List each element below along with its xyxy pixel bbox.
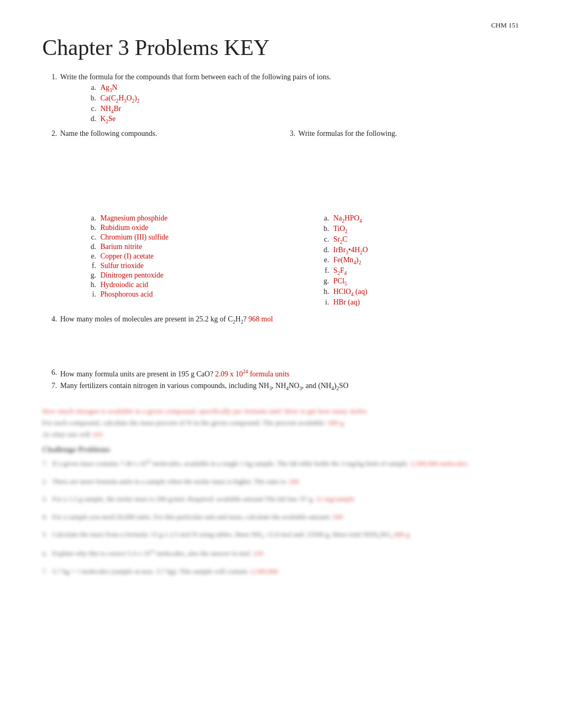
list-item: d. K2Se: [85, 115, 519, 124]
q3-number: 3.: [280, 130, 295, 138]
blurred-item: 4. For a sample you need 20,000 units. F…: [42, 512, 519, 522]
list-item: c. Chromium (III) sulfide: [85, 233, 286, 242]
challenge-title: Challenge Problems: [42, 445, 519, 454]
q6-text: How many formula units are present in 19…: [60, 368, 289, 379]
answers-section: a. Magnesium phosphide b. Rubidium oxide…: [42, 214, 519, 307]
blurred-section: How much nitrogen is available in a give…: [42, 407, 519, 577]
q4-block: 4. How many moles of molecules are prese…: [42, 315, 519, 325]
item-letter: d.: [85, 243, 96, 251]
item-value: Hydroiodic acid: [100, 281, 148, 289]
item-value: HBr (aq): [333, 298, 360, 307]
item-letter: c.: [317, 235, 329, 244]
q3-text: Write formulas for the following.: [298, 130, 397, 138]
q3-answers-col: a. Na2HPO4 b. TiO2 c. Sr2C d. IrBr3•4H2O…: [286, 214, 519, 307]
q4-text: How many moles of molecules are present …: [60, 315, 273, 325]
item-letter: h.: [317, 288, 329, 296]
item-letter: f.: [85, 262, 96, 270]
item-letter: e.: [317, 256, 329, 264]
list-item: i. HBr (aq): [317, 298, 519, 307]
item-letter: b.: [85, 224, 96, 232]
item-value: NH4Br: [100, 105, 121, 114]
item-letter: g.: [317, 277, 329, 285]
item-value: Dinitrogen pentoxide: [100, 271, 163, 280]
list-item: g. PCl5: [317, 277, 519, 287]
q1-number: 1.: [42, 73, 57, 81]
q2-text: Name the following compounds.: [60, 130, 157, 138]
list-item: c. NH4Br: [85, 105, 519, 114]
blurred-item: 5. Calculate the mass from a formula: 15…: [42, 529, 519, 541]
item-letter: e.: [85, 252, 96, 261]
item-letter: h.: [85, 281, 96, 289]
item-value: Rubidium oxide: [100, 224, 148, 232]
q4-number: 4.: [42, 315, 57, 324]
item-value: PCl5: [333, 277, 347, 287]
list-item: b. TiO2: [317, 225, 519, 234]
list-item: f. S2F4: [317, 266, 519, 276]
item-value: Ca(C2H3O2)2: [100, 94, 139, 104]
item-letter: a.: [85, 214, 96, 223]
q1-text: Write the formula for the compounds that…: [60, 73, 331, 81]
item-letter: f.: [317, 266, 329, 275]
item-value: TiO2: [333, 225, 348, 234]
q7-text: Many fertilizers contain nitrogen in var…: [60, 382, 349, 391]
q6-number: 6.: [42, 368, 57, 377]
item-letter: i.: [317, 298, 329, 307]
item-value: Magnesium phosphide: [100, 214, 167, 223]
item-letter: i.: [85, 290, 96, 299]
q2-q3-header-row: 2. Name the following compounds. 3. Writ…: [42, 130, 519, 138]
blurred-item: 7. If a given mass contains 7.40 x 1023 …: [42, 458, 519, 469]
list-item: d. Barium nitrite: [85, 243, 286, 251]
item-value: Barium nitrite: [100, 243, 142, 251]
list-item: h. HClO4 (aq): [317, 288, 519, 297]
q7-number: 7.: [42, 382, 57, 390]
blurred-item: 6. Explain why this is correct 5.4 x 102…: [42, 548, 519, 559]
item-letter: a.: [85, 84, 96, 92]
item-value: Chromium (III) sulfide: [100, 233, 169, 242]
list-item: a. Na2HPO4: [317, 214, 519, 224]
item-letter: d.: [317, 246, 329, 254]
list-item: i. Phosphorous acid: [85, 290, 286, 299]
item-letter: c.: [85, 233, 96, 242]
q2-answers-col: a. Magnesium phosphide b. Rubidium oxide…: [42, 214, 286, 307]
item-value: Fe(Mn4)2: [333, 256, 361, 265]
list-item: d. IrBr3•4H2O: [317, 246, 519, 255]
item-value: IrBr3•4H2O: [333, 246, 368, 255]
q4-answer: 968 mol: [248, 315, 273, 323]
list-item: b. Rubidium oxide: [85, 224, 286, 232]
q2-answer-list: a. Magnesium phosphide b. Rubidium oxide…: [85, 214, 286, 299]
item-value: Sr2C: [333, 235, 348, 245]
item-letter: b.: [85, 94, 96, 103]
blurred-item: 2. There are more formula units in a sam…: [42, 476, 519, 487]
q1-block: 1. Write the formula for the compounds t…: [42, 73, 519, 81]
list-item: c. Sr2C: [317, 235, 519, 245]
item-letter: b.: [317, 225, 329, 233]
q2-number: 2.: [42, 130, 57, 138]
item-value: Sulfur trioxide: [100, 262, 144, 270]
item-value: Ag3N: [100, 84, 117, 93]
q7-block: 7. Many fertilizers contain nitrogen in …: [42, 382, 519, 391]
q6-answer: 2.09 x 1024 formula units: [215, 370, 289, 378]
blurred-item: 7. 5.7 kg = ? molecules (sample at max. …: [42, 566, 519, 577]
list-item: g. Dinitrogen pentoxide: [85, 271, 286, 280]
item-letter: d.: [85, 115, 96, 123]
blurred-paragraph: At what rate will 105: [42, 430, 519, 439]
q1-answers: a. Ag3N b. Ca(C2H3O2)2 c. NH4Br d. K2Se: [85, 84, 519, 124]
item-letter: c.: [85, 105, 96, 113]
blurred-paragraph: For each compound, calculate the mass pe…: [42, 419, 519, 427]
list-item: a. Ag3N: [85, 84, 519, 93]
list-item: a. Magnesium phosphide: [85, 214, 286, 223]
list-item: e. Fe(Mn4)2: [317, 256, 519, 265]
list-item: f. Sulfur trioxide: [85, 262, 286, 270]
item-letter: a.: [317, 214, 329, 223]
q3-answer-list: a. Na2HPO4 b. TiO2 c. Sr2C d. IrBr3•4H2O…: [317, 214, 519, 306]
blurred-item: 3. For a 1.5 g sample, the molar mass is…: [42, 494, 519, 504]
blurred-paragraph: How much nitrogen is available in a give…: [42, 407, 519, 416]
list-item: b. Ca(C2H3O2)2: [85, 94, 519, 104]
item-value: Phosphorous acid: [100, 290, 153, 299]
list-item: h. Hydroiodic acid: [85, 281, 286, 289]
item-value: S2F4: [333, 266, 347, 276]
item-letter: g.: [85, 271, 96, 280]
item-value: K2Se: [100, 115, 116, 124]
course-label: CHM 151: [42, 21, 519, 30]
list-item: e. Copper (I) acetate: [85, 252, 286, 261]
